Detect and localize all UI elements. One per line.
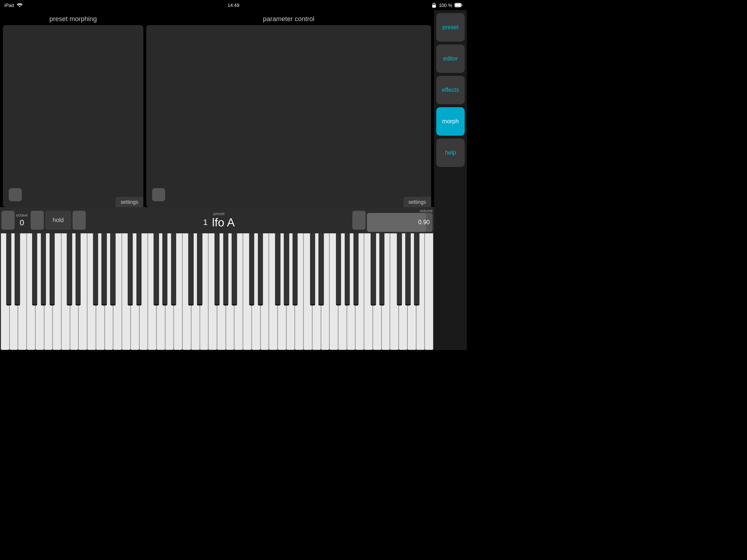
preset-morphing-panel: preset morphing settings [3, 13, 143, 207]
black-key[interactable] [6, 233, 11, 306]
status-left: iPad [4, 3, 23, 8]
black-key[interactable] [128, 233, 133, 306]
black-key[interactable] [188, 233, 193, 306]
black-key[interactable] [397, 233, 402, 306]
black-key[interactable] [284, 233, 289, 306]
black-key[interactable] [310, 233, 315, 306]
svg-rect-1 [432, 5, 436, 8]
preset-group: preset 1 lfo A [87, 211, 351, 229]
black-key[interactable] [379, 233, 384, 306]
parameter-control-knob[interactable] [152, 188, 165, 201]
black-key[interactable] [318, 233, 324, 306]
main-area: preset morphing settings parameter contr… [0, 10, 467, 350]
parameter-control-settings-btn[interactable]: settings [403, 197, 431, 207]
octave-value: 0 [18, 218, 26, 228]
black-key[interactable] [371, 233, 376, 306]
black-key[interactable] [353, 233, 359, 306]
sidebar-btn-preset[interactable]: preset [436, 13, 465, 42]
volume-slider-row: 0.90 [367, 213, 433, 232]
octave-down-button[interactable] [1, 211, 15, 230]
black-key[interactable] [32, 233, 37, 306]
black-key[interactable] [405, 233, 410, 306]
piano-keyboard[interactable] [0, 233, 434, 350]
preset-prev-button[interactable] [73, 211, 86, 230]
sidebar: preseteditoreffectsmorphhelp [434, 10, 467, 350]
sidebar-btn-morph[interactable]: morph [436, 107, 465, 136]
preset-label: preset [213, 211, 225, 216]
preset-morphing-canvas[interactable]: settings [3, 25, 143, 207]
black-key[interactable] [162, 233, 167, 306]
octave-up-button[interactable] [31, 211, 44, 230]
sidebar-btn-help[interactable]: help [436, 139, 465, 167]
status-right: 100 % [431, 3, 462, 8]
black-key[interactable] [249, 233, 254, 306]
sidebar-btn-effects[interactable]: effects [436, 76, 465, 104]
black-key[interactable] [76, 233, 81, 306]
black-key[interactable] [101, 233, 107, 306]
black-key[interactable] [293, 233, 298, 306]
status-bar: iPad 14:49 100 % [0, 0, 467, 10]
black-key[interactable] [232, 233, 237, 306]
black-key[interactable] [258, 233, 263, 306]
content-area: preset morphing settings parameter contr… [0, 10, 434, 350]
preset-morphing-knob[interactable] [9, 188, 22, 201]
black-key[interactable] [275, 233, 280, 306]
preset-name-row: 1 lfo A [203, 216, 235, 229]
black-key[interactable] [67, 233, 72, 306]
volume-value: 0.90 [418, 219, 430, 226]
black-key[interactable] [223, 233, 228, 306]
black-key[interactable] [345, 233, 350, 306]
volume-slider[interactable]: 0.90 [367, 213, 433, 232]
black-key[interactable] [110, 233, 115, 306]
sidebar-btn-editor[interactable]: editor [436, 44, 465, 73]
octave-row: 0 [18, 218, 26, 228]
black-key[interactable] [50, 233, 55, 306]
lock-icon [431, 3, 437, 8]
black-key[interactable] [93, 233, 98, 306]
preset-number: 1 [203, 218, 208, 227]
svg-rect-3 [455, 4, 461, 7]
white-key[interactable] [425, 233, 433, 350]
black-key[interactable] [136, 233, 142, 306]
panels-row: preset morphing settings parameter contr… [0, 10, 434, 207]
volume-label: volume [420, 209, 433, 213]
preset-morphing-settings-btn[interactable]: settings [116, 197, 143, 207]
parameter-control-title: parameter control [146, 13, 431, 25]
piano-keys-container [0, 233, 434, 350]
hold-button[interactable]: hold [45, 211, 71, 230]
black-key[interactable] [197, 233, 202, 306]
parameter-control-panel: parameter control settings [146, 13, 431, 207]
status-time: 14:49 [228, 3, 240, 8]
black-key[interactable] [171, 233, 176, 306]
black-key[interactable] [336, 233, 341, 306]
black-key[interactable] [414, 233, 419, 306]
wifi-icon [17, 3, 23, 7]
battery-icon [454, 3, 462, 7]
black-key[interactable] [15, 233, 20, 306]
volume-fill [367, 213, 426, 232]
parameter-control-canvas[interactable]: settings [146, 25, 431, 207]
black-key[interactable] [41, 233, 46, 306]
octave-group: octave 0 [16, 213, 28, 228]
preset-next-button[interactable] [352, 211, 365, 230]
preset-morphing-title: preset morphing [3, 13, 143, 25]
device-name: iPad [4, 3, 14, 8]
svg-point-0 [19, 6, 20, 7]
black-key[interactable] [214, 233, 220, 306]
control-bar: octave 0 hold preset 1 lfo A [0, 207, 434, 233]
volume-group: volume 0.90 [367, 209, 433, 232]
preset-name: lfo A [212, 216, 235, 229]
octave-label: octave [16, 213, 28, 217]
battery-text: 100 % [439, 3, 452, 8]
black-key[interactable] [154, 233, 159, 306]
